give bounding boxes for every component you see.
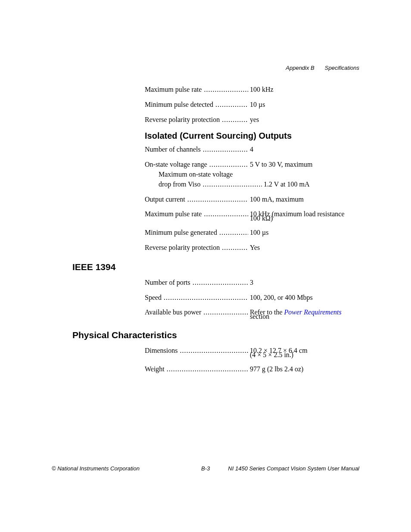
spec-label: Reverse polarity protection	[145, 115, 248, 124]
spec-row: Output current 100 mA, maximum	[145, 195, 362, 204]
spec-label: Minimum pulse generated	[145, 228, 248, 237]
spec-value: 1.2 V at 100 mA	[262, 180, 362, 189]
section-heading-physical: Physical Characteristics	[72, 330, 362, 340]
spec-label: Number of channels	[145, 145, 248, 154]
spec-label: Maximum on-state voltage	[145, 170, 262, 179]
spec-label: Maximum pulse rate	[145, 85, 248, 94]
subheading-isolated-outputs: Isolated (Current Sourcing) Outputs	[145, 131, 362, 141]
page-footer: © National Instruments Corporation B-3 N…	[52, 465, 359, 472]
spec-row: Weight 977 g (2 lbs 2.4 oz)	[145, 365, 362, 374]
power-requirements-link[interactable]: Power Requirements	[284, 308, 342, 316]
page: Appendix BSpecifications Maximum pulse r…	[0, 0, 411, 532]
ieee-specs: Number of ports 3 Speed 100, 200, or 400…	[145, 278, 362, 320]
spec-row: Maximum pulse rate 100 kHz	[145, 85, 362, 94]
spec-row: On-state voltage range 5 V to 30 V, maxi…	[145, 160, 362, 169]
isolated-specs: Number of channels 4 On-state voltage ra…	[145, 145, 362, 252]
spec-label: On-state voltage range	[145, 160, 248, 169]
spec-label: Available bus power	[145, 308, 248, 317]
spec-label: Dimensions	[145, 346, 248, 355]
spec-value: 4	[248, 145, 362, 154]
header-left: Appendix B	[286, 65, 314, 71]
spec-value: yes	[248, 115, 362, 124]
header-right: Specifications	[325, 65, 359, 71]
spec-label: Weight	[145, 365, 248, 374]
spec-row: Reverse polarity protection Yes	[145, 243, 362, 252]
spec-value: Yes	[248, 243, 362, 252]
spec-row: Number of ports 3	[145, 278, 362, 287]
physical-specs: Dimensions 10.2 × 12.7 × 6.4 cm (4 × 5 ×…	[145, 346, 362, 374]
section-heading-ieee1394: IEEE 1394	[72, 262, 362, 272]
spec-label: Speed	[145, 293, 248, 302]
spec-row: Speed 100, 200, or 400 Mbps	[145, 293, 362, 302]
spec-row: Minimum pulse generated 100 µs	[145, 228, 362, 237]
spec-row: Maximum on-state voltage	[145, 170, 362, 179]
spec-value: 100 kHz	[248, 85, 362, 94]
spec-row: Reverse polarity protection yes	[145, 115, 362, 124]
spec-row: Minimum pulse detected 10 µs	[145, 100, 362, 109]
spec-value: 3	[248, 278, 362, 287]
spec-value: 100 mA, maximum	[248, 195, 362, 204]
content: Maximum pulse rate 100 kHz Minimum pulse…	[72, 85, 362, 380]
spec-label: Minimum pulse detected	[145, 100, 248, 109]
spec-value: 10 µs	[248, 100, 362, 109]
spec-label: Reverse polarity protection	[145, 243, 248, 252]
running-header: Appendix BSpecifications	[286, 65, 359, 71]
spec-row: drop from Viso 1.2 V at 100 mA	[145, 180, 362, 189]
spec-value: 100 µs	[248, 228, 362, 237]
spec-label: Output current	[145, 195, 248, 204]
spec-value: 100, 200, or 400 Mbps	[248, 293, 362, 302]
top-specs: Maximum pulse rate 100 kHz Minimum pulse…	[145, 85, 362, 124]
footer-center: B-3	[52, 465, 359, 472]
spec-row: Number of channels 4	[145, 145, 362, 154]
spec-label: Maximum pulse rate	[145, 210, 248, 219]
spec-label: drop from Viso	[145, 180, 262, 189]
spec-value: 977 g (2 lbs 2.4 oz)	[248, 365, 362, 374]
spec-value: 5 V to 30 V, maximum	[248, 160, 362, 169]
spec-label: Number of ports	[145, 278, 248, 287]
